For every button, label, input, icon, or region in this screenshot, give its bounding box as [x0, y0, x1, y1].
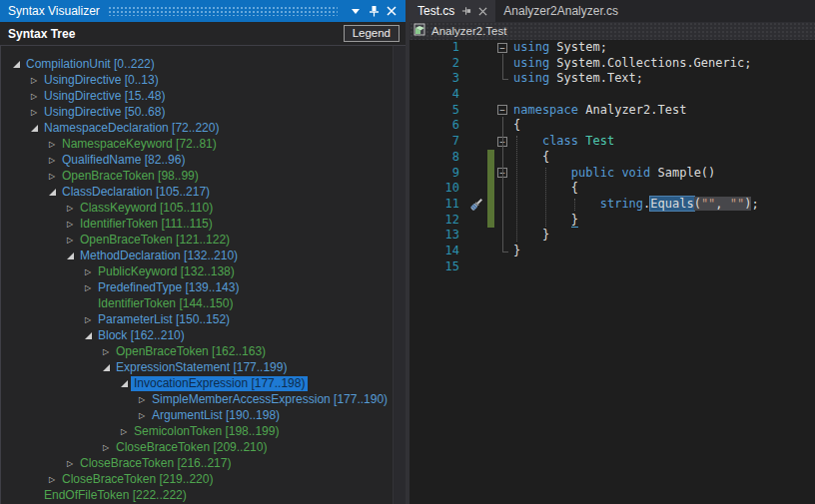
collapse-arrow-icon[interactable] [27, 121, 41, 135]
tree-node-label[interactable]: CompilationUnit [0..222) [23, 57, 158, 72]
tree-node-classdeclaration[interactable]: ClassDeclaration [105..217) [1, 184, 406, 200]
code-line-9[interactable]: 9− public void Sample() [409, 166, 815, 182]
tree-node-usingdirective[interactable]: ▷UsingDirective [15..48) [1, 88, 406, 104]
tree-node-label[interactable]: CloseBraceToken [209..210) [113, 440, 270, 455]
tree-node-openbracetoken[interactable]: ▷OpenBraceToken [98..99) [1, 168, 406, 184]
code-line-3[interactable]: 3using System.Text; [409, 71, 815, 87]
expand-arrow-icon[interactable]: ▷ [45, 472, 59, 486]
code-text[interactable]: using System; [511, 40, 607, 56]
expand-arrow-icon[interactable]: ▷ [81, 280, 95, 294]
collapse-arrow-icon[interactable] [117, 376, 131, 390]
tree-node-invocationexpression[interactable]: InvocationExpression [177..198) [1, 375, 406, 391]
collapse-region-icon[interactable]: − [497, 43, 507, 53]
code-text[interactable]: { [511, 118, 520, 134]
tab-analyzer2analyzer-cs[interactable]: Analyzer2Analyzer.cs [495, 0, 626, 22]
tree-node-argumentlist[interactable]: ▷ArgumentList [190..198) [1, 407, 406, 423]
window-menu-icon[interactable] [348, 3, 364, 19]
code-text[interactable]: using System.Text; [511, 71, 643, 87]
tree-node-label[interactable]: SemicolonToken [198..199) [131, 424, 282, 439]
expand-arrow-icon[interactable]: ▷ [45, 137, 59, 151]
tree-node-closebracetoken[interactable]: ▷CloseBraceToken [216..217) [1, 455, 406, 471]
tree-node-label[interactable]: OpenBraceToken [98..99) [59, 169, 202, 184]
tree-node-label[interactable]: ClassDeclaration [105..217) [59, 185, 213, 200]
tree-node-openbracetoken[interactable]: ▷OpenBraceToken [162..163) [1, 343, 406, 359]
expand-arrow-icon[interactable]: ▷ [135, 408, 149, 422]
tree-node-closebracetoken[interactable]: ▷CloseBraceToken [209..210) [1, 439, 406, 455]
tree-node-usingdirective[interactable]: ▷UsingDirective [50..68) [1, 104, 406, 120]
code-line-6[interactable]: 6{ [409, 118, 815, 134]
tree-node-expressionstatement[interactable]: ExpressionStatement [177..199) [1, 359, 406, 375]
tree-node-label[interactable]: SimpleMemberAccessExpression [177..190) [149, 392, 391, 407]
code-text[interactable] [511, 87, 513, 103]
tree-node-label[interactable]: CloseBraceToken [216..217) [77, 456, 234, 471]
code-line-13[interactable]: 13 } [409, 228, 815, 244]
tree-node-label[interactable]: ParameterList [150..152) [95, 312, 233, 327]
tree-node-label[interactable]: QualifiedName [82..96) [59, 153, 188, 168]
code-line-1[interactable]: 1−using System; [409, 40, 815, 56]
tree-node-label[interactable]: EndOfFileToken [222..222) [41, 488, 190, 503]
tree-node-label[interactable]: ClassKeyword [105..110) [77, 201, 216, 216]
expand-arrow-icon[interactable]: ▷ [63, 201, 77, 215]
tree-node-label[interactable]: OpenBraceToken [162..163) [113, 344, 269, 359]
tree-node-label[interactable]: InvocationExpression [177..198) [131, 376, 308, 391]
tree-node-label[interactable]: IdentifierToken [144..150) [95, 296, 236, 311]
code-line-15[interactable]: 15 [409, 259, 815, 275]
expand-arrow-icon[interactable]: ▷ [117, 424, 131, 438]
tree-node-label[interactable]: PublicKeyword [132..138) [95, 264, 238, 279]
collapse-arrow-icon[interactable] [63, 249, 77, 262]
tree-node-predefinedtype[interactable]: ▷PredefinedType [139..143) [1, 279, 406, 295]
expand-arrow-icon[interactable]: ▷ [135, 392, 149, 406]
tree-node-label[interactable]: UsingDirective [15..48) [41, 89, 168, 104]
tree-node-label[interactable]: IdentifierToken [111..115) [77, 217, 216, 232]
tree-node-methoddeclaration[interactable]: MethodDeclaration [132..210) [1, 248, 406, 263]
expand-arrow-icon[interactable]: ▷ [99, 440, 113, 454]
tree-node-label[interactable]: PredefinedType [139..143) [95, 280, 242, 295]
expand-arrow-icon[interactable]: ▷ [81, 312, 95, 326]
tree-node-label[interactable]: ArgumentList [190..198) [149, 408, 283, 423]
tree-node-namespacekeyword[interactable]: ▷NamespaceKeyword [72..81) [1, 136, 406, 152]
tree-node-publickeyword[interactable]: ▷PublicKeyword [132..138) [1, 263, 406, 279]
navigation-bar[interactable]: Analyzer2.Test [409, 22, 815, 40]
tree-node-compilationunit[interactable]: CompilationUnit [0..222) [1, 56, 406, 72]
expand-arrow-icon[interactable]: ▷ [99, 344, 113, 358]
tree-node-label[interactable]: Block [162..210) [95, 328, 188, 343]
code-line-14[interactable]: 14} [409, 244, 815, 259]
code-line-11[interactable]: 11 string.Equals("", ""); [409, 197, 815, 213]
collapse-arrow-icon[interactable] [9, 57, 23, 71]
tree-node-parameterlist[interactable]: ▷ParameterList [150..152) [1, 311, 406, 327]
tab-label[interactable]: Analyzer2Analyzer.cs [503, 4, 618, 18]
tree-node-semicolontoken[interactable]: ▷SemicolonToken [198..199) [1, 423, 406, 439]
code-line-7[interactable]: 7− class Test [409, 134, 815, 150]
expand-arrow-icon[interactable]: ▷ [27, 73, 41, 87]
tree-node-identifiertoken[interactable]: IdentifierToken [144..150) [1, 295, 406, 311]
code-text[interactable]: namespace Analyzer2.Test [511, 103, 686, 119]
screwdriver-quick-fix-icon[interactable] [468, 197, 484, 213]
expand-arrow-icon[interactable]: ▷ [63, 217, 77, 231]
expand-arrow-icon[interactable]: ▷ [45, 169, 59, 183]
tree-node-label[interactable]: ExpressionStatement [177..199) [113, 360, 290, 375]
tree-node-label[interactable]: CloseBraceToken [219..220) [59, 472, 216, 487]
code-text[interactable]: string.Equals("", ""); [511, 197, 759, 213]
tool-window-titlebar[interactable]: Syntax Visualizer [0, 0, 406, 22]
code-text[interactable]: } [511, 244, 520, 259]
code-line-2[interactable]: 2using System.Collections.Generic; [409, 56, 815, 72]
tree-node-endoffiletoken[interactable]: EndOfFileToken [222..222) [1, 487, 406, 503]
code-line-5[interactable]: 5−namespace Analyzer2.Test [409, 103, 815, 119]
collapse-region-icon[interactable]: − [497, 105, 507, 115]
collapse-arrow-icon[interactable] [99, 360, 113, 374]
tree-node-simplememberaccessexpression[interactable]: ▷SimpleMemberAccessExpression [177..190) [1, 391, 406, 407]
tree-node-usingdirective[interactable]: ▷UsingDirective [0..13) [1, 72, 406, 88]
tree-node-label[interactable]: MethodDeclaration [132..210) [77, 249, 241, 263]
collapse-arrow-icon[interactable] [81, 328, 95, 342]
expand-arrow-icon[interactable]: ▷ [63, 233, 77, 247]
code-line-12[interactable]: 12 } [409, 213, 815, 229]
code-text[interactable]: class Test [511, 134, 614, 150]
code-line-4[interactable]: 4 [409, 87, 815, 103]
expand-arrow-icon[interactable]: ▷ [81, 264, 95, 278]
tree-node-identifiertoken[interactable]: ▷IdentifierToken [111..115) [1, 216, 406, 232]
tree-node-openbracetoken[interactable]: ▷OpenBraceToken [121..122) [1, 232, 406, 248]
code-text[interactable]: public void Sample() [511, 166, 715, 182]
tree-node-qualifiedname[interactable]: ▷QualifiedName [82..96) [1, 152, 406, 168]
pin-icon[interactable] [366, 3, 382, 19]
tab-label[interactable]: Test.cs [417, 4, 454, 18]
